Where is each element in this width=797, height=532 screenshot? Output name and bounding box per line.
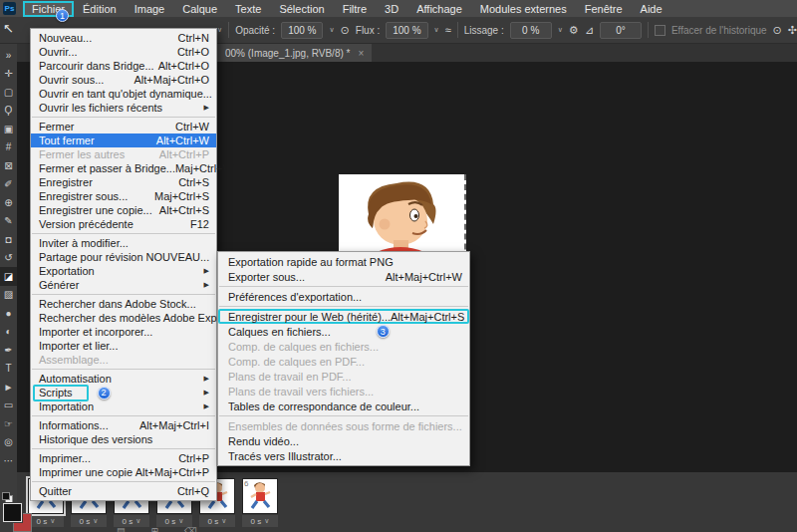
pen-pressure-size-icon[interactable]: ⊙: [773, 24, 782, 37]
angle-value-field[interactable]: 0°: [600, 22, 642, 39]
pen-tool[interactable]: ✒: [0, 341, 17, 360]
delete-frame-icon[interactable]: ⌫: [184, 526, 197, 532]
menubar-item-modules-externes[interactable]: Modules externes: [471, 1, 576, 17]
brush-tool[interactable]: ✎: [0, 212, 17, 231]
airbrush-icon[interactable]: ≈: [445, 24, 451, 36]
frame-delay-select[interactable]: 0 s∨: [199, 515, 235, 527]
crop-tool[interactable]: #: [0, 138, 17, 157]
chevron-down-icon[interactable]: ∨: [558, 26, 563, 34]
healing-brush-tool[interactable]: ⊕: [0, 193, 17, 212]
menu-item-importation[interactable]: Importation▶: [31, 399, 216, 413]
menubar-item-calque[interactable]: Calque: [173, 1, 226, 17]
frame-tool[interactable]: ⊠: [0, 156, 17, 175]
opacity-value-field[interactable]: 100 %: [281, 22, 323, 39]
menu-item-scripts[interactable]: Scripts2▶: [31, 386, 216, 399]
menu-item-historique-des-versions[interactable]: Historique des versions: [31, 432, 216, 446]
menubar-item-selection[interactable]: Sélection: [270, 1, 333, 17]
frame-delay-select[interactable]: 0 s∨: [71, 515, 107, 527]
erase-history-checkbox[interactable]: [655, 25, 665, 36]
menu-item-enregistrer-une-copie[interactable]: Enregistrer une copie...Alt+Ctrl+S: [31, 203, 216, 217]
menu-item-ouvrir-sous[interactable]: Ouvrir sous...Alt+Maj+Ctrl+O: [31, 73, 216, 87]
hand-tool[interactable]: ☞: [0, 414, 17, 433]
chevron-down-icon[interactable]: ∨: [217, 26, 222, 34]
menu-item-rendu-video[interactable]: Rendu vidéo...: [218, 433, 469, 448]
menubar-item-edition[interactable]: Édition: [74, 1, 126, 17]
menubar-item-fenetre[interactable]: Fenêtre: [576, 1, 632, 17]
gradient-tool[interactable]: ▨: [0, 286, 17, 305]
menubar-item-aide[interactable]: Aide: [632, 1, 671, 17]
menu-item-exportation[interactable]: Exportation▶: [31, 264, 216, 278]
menubar-item-affichage[interactable]: Affichage: [407, 1, 471, 17]
menu-item-automatisation[interactable]: Automatisation▶: [31, 372, 216, 386]
new-frame-icon[interactable]: ⊞: [151, 526, 159, 532]
menu-item-calques-en-fichiers[interactable]: Calques en fichiers...3: [218, 324, 469, 339]
menubar-item-3d[interactable]: 3D: [376, 1, 407, 17]
flow-value-field[interactable]: 100 %: [386, 22, 427, 39]
object-selection-tool[interactable]: ▣: [0, 120, 17, 138]
move-tool[interactable]: ✛: [0, 65, 17, 84]
menubar-item-image[interactable]: Image: [126, 1, 174, 17]
menu-item-version-precedente[interactable]: Version précédenteF12: [31, 217, 216, 231]
menu-item-exportation-rapide-au-format-png[interactable]: Exportation rapide au format PNG: [218, 254, 469, 269]
menu-item-traces-vers-illustrator[interactable]: Tracés vers Illustrator...: [218, 448, 469, 463]
frame-delay-select[interactable]: 0 s∨: [242, 515, 278, 527]
menu-item-importer-et-incorporer[interactable]: Importer et incorporer...: [31, 325, 216, 339]
menu-item-enregistrer[interactable]: EnregistrerCtrl+S: [31, 175, 216, 189]
menu-item-tables-de-correspondance-de-couleur[interactable]: Tables de correspondance de couleur...: [218, 399, 469, 413]
blur-tool[interactable]: ●: [0, 304, 17, 323]
more-tools[interactable]: ⋯: [0, 451, 17, 470]
menu-item-inviter-a-modifier[interactable]: Inviter à modifier...: [31, 236, 216, 250]
menu-item-ouvrir-les-fichiers-recents[interactable]: Ouvrir les fichiers récents▶: [31, 101, 216, 115]
menu-item-enregistrer-pour-le-web-herite[interactable]: Enregistrer pour le Web (hérité)...Alt+M…: [218, 309, 469, 324]
foreground-color-swatch[interactable]: [3, 503, 22, 522]
zoom-tool[interactable]: ◎: [0, 433, 17, 452]
eyedropper-tool[interactable]: ✐: [0, 175, 17, 194]
chevron-down-icon[interactable]: ∨: [329, 26, 334, 34]
paint-symmetry-icon[interactable]: ✣: [788, 24, 797, 37]
frame-delay-select[interactable]: 0 s∨: [28, 515, 64, 527]
eraser-tool[interactable]: ◪: [0, 267, 17, 286]
menu-item-importer-et-lier[interactable]: Importer et lier...: [31, 339, 216, 353]
menu-item-imprimer-une-copie[interactable]: Imprimer une copieAlt+Maj+Ctrl+P: [31, 465, 216, 479]
lasso-tool[interactable]: Ϙ: [0, 102, 17, 121]
shape-tool[interactable]: ▭: [0, 397, 17, 415]
menu-item-informations[interactable]: Informations...Alt+Maj+Ctrl+I: [31, 418, 216, 432]
menu-item-enregistrer-sous[interactable]: Enregistrer sous...Maj+Ctrl+S: [31, 189, 216, 203]
menu-item-quitter[interactable]: QuitterCtrl+Q: [31, 484, 216, 498]
menubar-item-filtre[interactable]: Filtre: [334, 1, 376, 17]
history-brush-tool[interactable]: ↺: [0, 249, 17, 268]
animation-frame[interactable]: 60 s∨: [242, 478, 280, 527]
current-tool-icon[interactable]: ↖: [3, 21, 14, 36]
menu-item-rechercher-dans-adobe-stock[interactable]: Rechercher dans Adobe Stock...: [31, 297, 216, 311]
type-tool[interactable]: T: [0, 360, 17, 379]
menu-item-partage-pour-revision-nouveau[interactable]: Partage pour révision NOUVEAU...: [31, 250, 216, 264]
marquee-tool[interactable]: ▢: [0, 83, 17, 102]
menu-item-tout-fermer[interactable]: Tout fermerAlt+Ctrl+W: [31, 133, 216, 147]
document-tab[interactable]: 00% (Image_1.jpg, RVB/8) * ×: [217, 44, 372, 62]
close-tab-icon[interactable]: ×: [358, 48, 364, 59]
smoothing-value-field[interactable]: 0 %: [510, 22, 552, 39]
menu-item-generer[interactable]: Générer▶: [31, 278, 216, 292]
dodge-tool[interactable]: ◐: [0, 323, 17, 342]
collapse-panel[interactable]: »: [0, 46, 17, 65]
pen-pressure-opacity-icon[interactable]: ⊙: [341, 24, 350, 37]
menu-item-ouvrir-en-tant-qu-objet-dynamique[interactable]: Ouvrir en tant qu'objet dynamique...: [31, 87, 216, 101]
menu-item-fermer-et-passer-a-bridge[interactable]: Fermer et passer à Bridge...Maj+Ctrl+W: [31, 161, 216, 175]
menu-item-fermer[interactable]: FermerCtrl+W: [31, 120, 216, 133]
menu-item-right: Ctrl+P: [178, 452, 209, 464]
clone-stamp-tool[interactable]: ◘: [0, 230, 17, 249]
menu-item-nouveau[interactable]: Nouveau...Ctrl+N: [31, 31, 216, 45]
menu-item-ouvrir[interactable]: Ouvrir...Ctrl+O: [31, 45, 216, 59]
menu-item-rechercher-des-modeles-adobe-express[interactable]: Rechercher des modèles Adobe Express...: [31, 311, 216, 325]
menu-item-preferences-d-exportation[interactable]: Préférences d'exportation...: [218, 289, 469, 304]
tween-frames-icon[interactable]: ▤: [117, 526, 126, 532]
menu-item-exporter-sous[interactable]: Exporter sous...Alt+Maj+Ctrl+W: [218, 269, 469, 284]
frame-thumbnail[interactable]: 6: [242, 478, 278, 514]
default-swatches-icon[interactable]: [2, 492, 11, 501]
chevron-down-icon[interactable]: ∨: [434, 26, 439, 34]
menubar-item-texte[interactable]: Texte: [226, 1, 270, 17]
menu-item-imprimer[interactable]: Imprimer...Ctrl+P: [31, 451, 216, 465]
gear-icon[interactable]: ⚙: [569, 24, 579, 37]
menu-item-parcourir-dans-bridge[interactable]: Parcourir dans Bridge...Alt+Ctrl+O: [31, 59, 216, 73]
path-selection-tool[interactable]: ►: [0, 378, 17, 397]
